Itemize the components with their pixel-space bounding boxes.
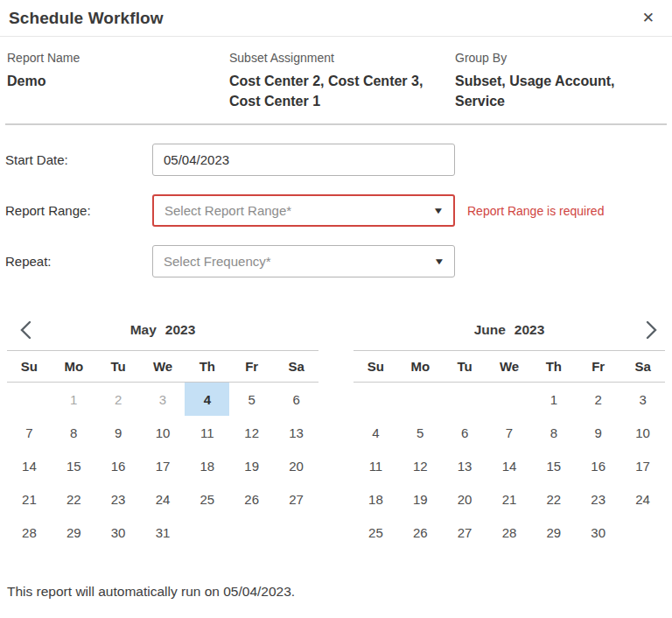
calendar-day[interactable]: 13 [443, 449, 487, 482]
calendar-may: May 2023 SuMoTuWeThFrSa 1234567891011121… [7, 309, 318, 549]
calendar-day[interactable]: 25 [185, 482, 229, 516]
calendar-june-header: June 2023 [354, 309, 665, 350]
calendar-day-empty [354, 383, 398, 416]
month-name: June [474, 322, 506, 338]
calendar-day-empty [620, 516, 665, 549]
calendar-day[interactable]: 2 [576, 383, 620, 416]
calendar-day[interactable]: 13 [274, 416, 318, 449]
close-icon[interactable]: ✕ [635, 7, 662, 29]
group-by-value: Subset, Usage Account, Service [455, 71, 665, 111]
calendar-day[interactable]: 12 [398, 449, 443, 482]
start-date-input[interactable] [152, 144, 455, 176]
report-name-label: Report Name [7, 51, 229, 65]
month-year: 2023 [514, 322, 544, 338]
calendar-day[interactable]: 26 [229, 482, 274, 516]
auto-run-note: This report will automatically run on 05… [7, 584, 672, 600]
calendar-day[interactable]: 3 [620, 383, 665, 416]
repeat-select[interactable]: Select Frequency* ▼ [152, 245, 455, 277]
calendar-day[interactable]: 15 [52, 449, 96, 482]
calendar-day[interactable]: 5 [229, 383, 274, 416]
calendar-day[interactable]: 16 [96, 449, 141, 482]
weekday-label: Sa [274, 359, 318, 374]
calendar-day[interactable]: 8 [531, 416, 576, 449]
calendar-month-title: June 2023 [474, 322, 545, 338]
weekday-label: Tu [443, 359, 487, 374]
calendar-day[interactable]: 28 [7, 516, 52, 549]
calendar-day[interactable]: 23 [576, 482, 620, 516]
calendar-day[interactable]: 10 [141, 416, 186, 449]
calendar-day[interactable]: 28 [487, 516, 532, 549]
calendar-day[interactable]: 19 [229, 449, 274, 482]
calendar-day[interactable]: 20 [274, 449, 318, 482]
calendar-day[interactable]: 24 [141, 482, 186, 516]
weekday-label: Su [7, 359, 52, 374]
calendar-day[interactable]: 11 [354, 449, 398, 482]
calendar-day[interactable]: 17 [620, 449, 665, 482]
calendar-day[interactable]: 1 [531, 383, 576, 416]
calendar-day[interactable]: 14 [487, 449, 532, 482]
weekday-label: Tu [96, 359, 141, 374]
calendar-day[interactable]: 30 [576, 516, 620, 549]
calendar-day: 3 [141, 383, 186, 416]
calendar-day[interactable]: 22 [52, 482, 96, 516]
calendar-may-header: May 2023 [7, 309, 318, 350]
calendar-day[interactable]: 9 [576, 416, 620, 449]
calendar-day[interactable]: 21 [7, 482, 52, 516]
calendar-day[interactable]: 29 [531, 516, 576, 549]
calendar-day[interactable]: 9 [96, 416, 141, 449]
weekday-label: Mo [398, 359, 443, 374]
calendar-day[interactable]: 6 [443, 416, 487, 449]
calendar-day[interactable]: 12 [229, 416, 274, 449]
calendar-day[interactable]: 24 [620, 482, 665, 516]
calendar-day[interactable]: 14 [7, 449, 52, 482]
calendar-day[interactable]: 27 [443, 516, 487, 549]
calendar-day[interactable]: 27 [274, 482, 318, 516]
chevron-left-icon [18, 320, 34, 340]
report-range-select[interactable]: Select Report Range* ▼ [152, 194, 455, 227]
date-picker: May 2023 SuMoTuWeThFrSa 1234567891011121… [0, 309, 672, 549]
calendar-day-empty [274, 516, 318, 549]
repeat-label: Repeat: [5, 254, 152, 269]
calendar-next-button[interactable] [639, 318, 663, 342]
calendar-day[interactable]: 4 [354, 416, 398, 449]
weekday-label: Fr [576, 359, 620, 374]
calendar-day-empty [398, 383, 443, 416]
weekday-header: SuMoTuWeThFrSa [354, 350, 665, 383]
weekday-header: SuMoTuWeThFrSa [7, 350, 318, 383]
calendar-day[interactable]: 25 [354, 516, 398, 549]
calendar-day[interactable]: 15 [531, 449, 576, 482]
calendar-prev-button[interactable] [14, 318, 38, 342]
calendar-june: June 2023 SuMoTuWeThFrSa 123456789101112… [354, 309, 665, 549]
chevron-down-icon: ▼ [433, 256, 444, 266]
calendar-day[interactable]: 30 [96, 516, 141, 549]
calendar-day[interactable]: 31 [141, 516, 186, 549]
calendar-day[interactable]: 16 [576, 449, 620, 482]
calendar-day[interactable]: 22 [531, 482, 576, 516]
month-name: May [130, 322, 157, 338]
calendar-day[interactable]: 7 [487, 416, 532, 449]
weekday-label: We [487, 359, 532, 374]
calendar-day[interactable]: 5 [398, 416, 443, 449]
calendar-day[interactable]: 26 [398, 516, 443, 549]
calendar-day[interactable]: 19 [398, 482, 443, 516]
calendar-day[interactable]: 21 [487, 482, 532, 516]
calendar-day-empty [229, 516, 274, 549]
calendar-day[interactable]: 23 [96, 482, 141, 516]
report-range-placeholder: Select Report Range* [164, 203, 291, 218]
dialog-header: Schedule Workflow ✕ [0, 0, 672, 37]
calendar-day[interactable]: 29 [52, 516, 96, 549]
chevron-right-icon [643, 320, 659, 340]
calendar-day[interactable]: 8 [52, 416, 96, 449]
calendar-day[interactable]: 11 [185, 416, 229, 449]
report-name-value: Demo [7, 71, 229, 91]
calendar-day[interactable]: 20 [443, 482, 487, 516]
calendar-day[interactable]: 10 [620, 416, 665, 449]
calendar-day[interactable]: 6 [274, 383, 318, 416]
calendar-day[interactable]: 18 [185, 449, 229, 482]
calendar-day-empty [487, 383, 532, 416]
calendar-day[interactable]: 18 [354, 482, 398, 516]
calendar-day[interactable]: 7 [7, 416, 52, 449]
calendar-day[interactable]: 17 [141, 449, 186, 482]
weekday-label: Th [531, 359, 576, 374]
calendar-day[interactable]: 4 [185, 383, 229, 416]
